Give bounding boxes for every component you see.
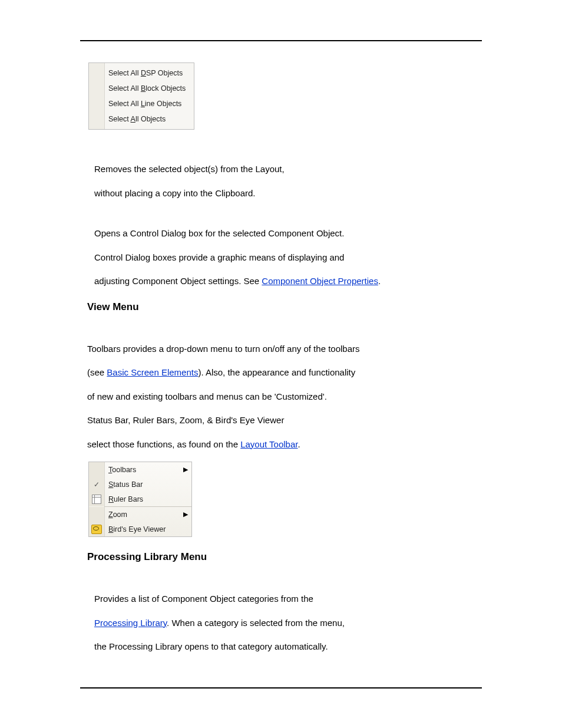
mnemonic: B (141, 84, 146, 93)
text-span: adjusting Component Object settings. See (94, 276, 262, 286)
menu-label: Bird's Eye Viewer (105, 525, 183, 533)
menu-item-zoom[interactable]: Zoom ▶ (89, 507, 191, 522)
text-span: (see (87, 367, 107, 377)
menu-item-ruler-bars[interactable]: Ruler Bars (89, 492, 191, 506)
label-prefix: Select All (108, 69, 141, 77)
paragraph-control-dialog: Opens a Control Dialog box for the selec… (94, 227, 482, 288)
menu-items: Select All DSP Objects Select All Block … (105, 63, 194, 129)
text-line: of new and existing toolbars and menus c… (87, 390, 482, 404)
label-suffix: ll Objects (135, 115, 166, 123)
menu-item-select-block[interactable]: Select All Block Objects (108, 81, 190, 96)
label-suffix: lock Objects (146, 84, 186, 93)
text-line: Removes the selected object(s) from the … (94, 163, 482, 176)
label-prefix: Select All (108, 84, 141, 93)
link-processing-library[interactable]: Processing Library (94, 618, 167, 628)
link-basic-screen-elements[interactable]: Basic Screen Elements (107, 367, 198, 377)
menu-item-select-dsp[interactable]: Select All DSP Objects (108, 65, 190, 81)
submenu-arrow-icon: ▶ (183, 466, 191, 473)
menu-item-select-line[interactable]: Select All Line Objects (108, 96, 190, 111)
text-span: select those functions, as found on the (87, 439, 240, 449)
birds-eye-icon (89, 522, 105, 536)
ruler-icon (89, 492, 105, 506)
menu-item-select-all[interactable]: Select All Objects (108, 111, 190, 127)
menu-label: Ruler Bars (105, 495, 183, 503)
menu-gutter (89, 63, 105, 129)
text-span: . (297, 439, 300, 449)
menu-label: Zoom (105, 510, 183, 519)
label-prefix: Select All (108, 100, 141, 108)
text-line: (see Basic Screen Elements). Also, the a… (87, 366, 482, 380)
text-line: Toolbars provides a drop-down menu to tu… (87, 342, 482, 356)
mnemonic: A (131, 115, 135, 123)
link-layout-toolbar[interactable]: Layout Toolbar (240, 439, 297, 449)
mnemonic: D (141, 69, 146, 77)
text-line: Opens a Control Dialog box for the selec… (94, 227, 482, 241)
document-page: Select All DSP Objects Select All Block … (0, 0, 562, 728)
text-span: . When a category is selected from the m… (167, 618, 345, 628)
text-line: Control Dialog boxes provide a graphic m… (94, 251, 482, 265)
check-icon: ✓ (89, 477, 105, 492)
submenu-arrow-icon: ▶ (183, 510, 191, 518)
menu-item-birds-eye[interactable]: Bird's Eye Viewer (89, 522, 191, 536)
label-prefix: Select (108, 115, 131, 123)
text-line: adjusting Component Object settings. See… (94, 275, 482, 288)
text-line: Processing Library. When a category is s… (94, 617, 482, 630)
paragraph-view-menu: Toolbars provides a drop-down menu to tu… (87, 342, 482, 452)
text-span: ). Also, the appearance and functionalit… (198, 367, 355, 377)
paragraph-delete: Removes the selected object(s) from the … (94, 163, 482, 200)
menu-icon-blank (89, 462, 105, 477)
page-content: Select All DSP Objects Select All Block … (80, 62, 482, 654)
menu-label: Toolbars (105, 466, 183, 474)
menu-label: Status Bar (105, 480, 183, 489)
text-line: select those functions, as found on the … (87, 438, 482, 452)
paragraph-processing-library: Provides a list of Component Object cate… (94, 592, 482, 654)
heading-processing-library-menu: Processing Library Menu (87, 551, 482, 563)
text-line: without placing a copy into the Clipboar… (94, 187, 482, 200)
label-suffix: SP Objects (146, 69, 183, 77)
menu-item-toolbars[interactable]: Toolbars ▶ (89, 462, 191, 477)
menu-item-status-bar[interactable]: ✓ Status Bar (89, 477, 191, 492)
header-rule (80, 40, 482, 41)
text-line: the Processing Library opens to that cat… (94, 640, 482, 654)
select-menu-screenshot: Select All DSP Objects Select All Block … (88, 62, 194, 130)
label-suffix: ine Objects (145, 100, 182, 108)
text-line: Status Bar, Ruler Bars, Zoom, & Bird's E… (87, 414, 482, 427)
link-component-object-properties[interactable]: Component Object Properties (262, 276, 378, 286)
menu-icon-blank (89, 507, 105, 522)
footer-rule (80, 687, 482, 689)
heading-view-menu: View Menu (87, 301, 482, 313)
view-menu-screenshot: Toolbars ▶ ✓ Status Bar Ruler Bars Zoom … (88, 462, 192, 537)
text-span: . (378, 276, 381, 286)
text-line: Provides a list of Component Object cate… (94, 592, 482, 606)
mnemonic: L (141, 100, 145, 108)
